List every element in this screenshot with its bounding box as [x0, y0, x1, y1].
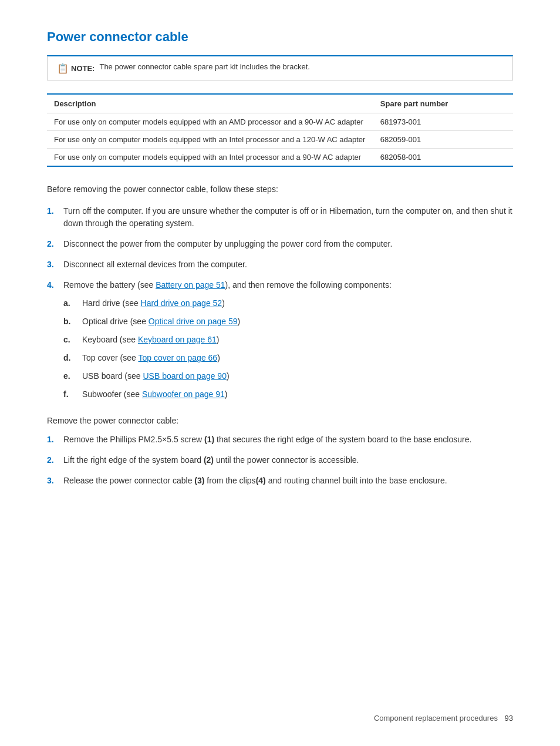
usb-board-link[interactable]: USB board on page 90: [143, 371, 227, 381]
sub-e-num: e.: [63, 370, 75, 382]
part-number: 681973-001: [373, 113, 513, 131]
remove-step-num-1: 1.: [47, 434, 58, 446]
sub-c-num: c.: [63, 334, 75, 346]
remove-step-num-2: 2.: [47, 454, 58, 466]
list-item: a. Hard drive (see Hard drive on page 52…: [63, 297, 513, 310]
sub-a-content: Hard drive (see Hard drive on page 52): [82, 297, 513, 310]
step-2-text: Disconnect the power from the computer b…: [63, 238, 513, 250]
list-item: f. Subwoofer (see Subwoofer on page 91): [63, 388, 513, 401]
page-title: Power connector cable: [47, 29, 513, 45]
sub-a-num: a.: [63, 297, 75, 310]
keyboard-link[interactable]: Keyboard on page 61: [138, 335, 217, 344]
step-4-text-before: Remove the battery (see: [63, 280, 156, 290]
footer-label: Component replacement procedures: [374, 714, 498, 723]
remove-step-1-text: Remove the Phillips PM2.5×5.5 screw (1) …: [63, 434, 513, 446]
sub-d-num: d.: [63, 352, 75, 364]
table-header-part-number: Spare part number: [373, 94, 513, 113]
table-row: 3. Release the power connector cable (3)…: [47, 475, 513, 487]
note-box: 📋 NOTE: The power connector cable spare …: [47, 55, 513, 80]
before-removing-intro: Before removing the power connector cabl…: [47, 183, 513, 196]
table-row: 2. Lift the right edge of the system boa…: [47, 454, 513, 466]
step-1-text: Turn off the computer. If you are unsure…: [63, 205, 513, 230]
table-row: 2. Disconnect the power from the compute…: [47, 238, 513, 250]
step-3-text: Disconnect all external devices from the…: [63, 258, 513, 271]
part-description: For use only on computer models equipped…: [47, 131, 373, 149]
sub-b-num: b.: [63, 315, 75, 328]
remove-step-num-3: 3.: [47, 475, 58, 487]
list-item: c. Keyboard (see Keyboard on page 61): [63, 334, 513, 346]
part-number: 682059-001: [373, 131, 513, 149]
note-label: 📋 NOTE:: [57, 63, 95, 74]
step-num-1: 1.: [47, 205, 58, 230]
list-item: d. Top cover (see Top cover on page 66): [63, 352, 513, 364]
part-description: For use only on computer models equipped…: [47, 149, 373, 167]
remove-step-3-text: Release the power connector cable (3) fr…: [63, 475, 513, 487]
part-number: 682058-001: [373, 149, 513, 167]
page-footer: Component replacement procedures 93: [374, 714, 513, 723]
sub-steps-list: a. Hard drive (see Hard drive on page 52…: [63, 297, 513, 401]
subwoofer-link[interactable]: Subwoofer on page 91: [142, 389, 225, 399]
remove-step-2-text: Lift the right edge of the system board …: [63, 454, 513, 466]
sub-e-content: USB board (see USB board on page 90): [82, 370, 513, 382]
hard-drive-link[interactable]: Hard drive on page 52: [141, 298, 222, 308]
note-text: The power connector cable spare part kit…: [99, 62, 309, 71]
step-4-content: Remove the battery (see Battery on page …: [63, 279, 513, 406]
sub-f-num: f.: [63, 388, 75, 401]
table-row: 3. Disconnect all external devices from …: [47, 258, 513, 271]
note-icon: 📋: [57, 63, 69, 74]
table-row: For use only on computer models equipped…: [47, 113, 513, 131]
sub-c-content: Keyboard (see Keyboard on page 61): [82, 334, 513, 346]
optical-drive-link[interactable]: Optical drive on page 59: [149, 317, 238, 326]
table-header-description: Description: [47, 94, 373, 113]
step-4-text-mid: ), and then remove the following compone…: [225, 280, 392, 290]
table-row: For use only on computer models equipped…: [47, 149, 513, 167]
part-description: For use only on computer models equipped…: [47, 113, 373, 131]
step-num-3: 3.: [47, 258, 58, 271]
remove-steps-list: 1. Remove the Phillips PM2.5×5.5 screw (…: [47, 434, 513, 487]
remove-section-label: Remove the power connector cable:: [47, 416, 513, 425]
table-row: 1. Turn off the computer. If you are uns…: [47, 205, 513, 230]
page-number: 93: [505, 714, 513, 723]
top-cover-link[interactable]: Top cover on page 66: [138, 353, 217, 362]
step-num-4: 4.: [47, 279, 58, 406]
sub-f-content: Subwoofer (see Subwoofer on page 91): [82, 388, 513, 401]
table-row: For use only on computer models equipped…: [47, 131, 513, 149]
step-num-2: 2.: [47, 238, 58, 250]
table-row: 4. Remove the battery (see Battery on pa…: [47, 279, 513, 406]
battery-link[interactable]: Battery on page 51: [156, 280, 225, 290]
table-row: 1. Remove the Phillips PM2.5×5.5 screw (…: [47, 434, 513, 446]
sub-b-content: Optical drive (see Optical drive on page…: [82, 315, 513, 328]
list-item: b. Optical drive (see Optical drive on p…: [63, 315, 513, 328]
sub-d-content: Top cover (see Top cover on page 66): [82, 352, 513, 364]
list-item: e. USB board (see USB board on page 90): [63, 370, 513, 382]
parts-table: Description Spare part number For use on…: [47, 93, 513, 167]
before-steps-list: 1. Turn off the computer. If you are uns…: [47, 205, 513, 406]
